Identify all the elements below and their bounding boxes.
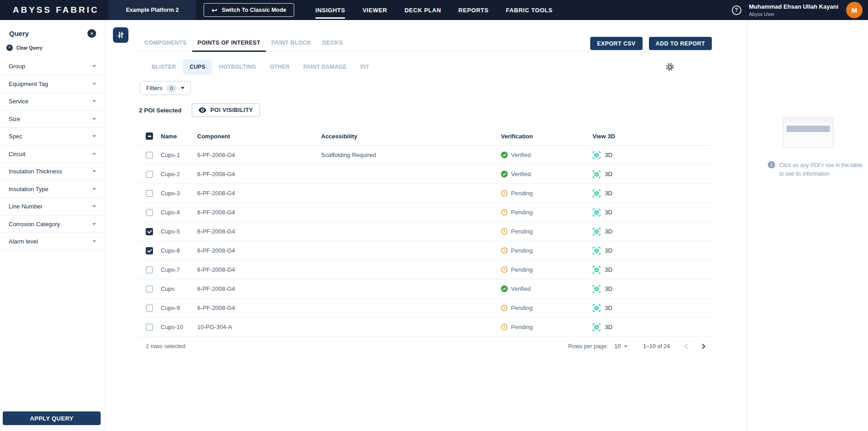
subtab[interactable]: HOTBOLTING — [212, 59, 263, 75]
pending-icon — [501, 324, 508, 330]
close-query-panel-icon[interactable]: × — [87, 29, 96, 38]
table-row[interactable]: Cups-2 6-PF-2008-G4 — [139, 165, 712, 184]
filters-dropdown-button[interactable]: Filters 0 — [140, 81, 191, 95]
view-3d-label[interactable]: 3D — [605, 285, 613, 292]
view-3d-label[interactable]: 3D — [605, 209, 613, 216]
view-3d-icon[interactable] — [592, 266, 601, 274]
nav-item[interactable]: DECK PLAN — [404, 0, 441, 20]
row-checkbox[interactable] — [146, 285, 153, 293]
nav-item[interactable]: INSIGHTS — [316, 0, 345, 20]
query-filter-accordion[interactable]: Corrosion Category — [0, 216, 105, 233]
view-3d-icon[interactable] — [592, 228, 601, 236]
clear-query-label: Clear Query — [16, 46, 42, 51]
table-row[interactable]: Cups 6-PF-2008-G4 — [139, 279, 712, 299]
query-filter-accordion[interactable]: Service — [0, 93, 105, 111]
row-checkbox[interactable] — [146, 209, 153, 216]
clear-query-button[interactable]: × Clear Query — [6, 45, 42, 51]
row-checkbox[interactable] — [146, 324, 153, 331]
nav-item[interactable]: VIEWER — [363, 0, 387, 20]
table-row[interactable]: Cups-7 6-PF-2008-G4 — [139, 260, 712, 279]
subtab[interactable]: OTHER — [263, 59, 296, 75]
rows-per-page-select[interactable]: 10 — [614, 343, 628, 350]
view-3d-icon[interactable] — [592, 189, 601, 198]
view-3d-icon[interactable] — [592, 304, 601, 312]
query-filter-label: Circuit — [9, 151, 26, 157]
verification-status: Verified — [511, 152, 531, 158]
next-page-icon[interactable] — [699, 342, 708, 351]
row-checkbox[interactable] — [146, 247, 153, 254]
tab[interactable]: COMPONENTS — [139, 34, 192, 51]
row-checkbox[interactable] — [146, 266, 153, 274]
tune-filter-toggle-button[interactable] — [113, 27, 128, 43]
pagination-controls — [682, 342, 712, 351]
query-filter-accordion[interactable]: Group — [0, 58, 105, 76]
query-filter-accordion[interactable]: Alarm level — [0, 233, 105, 251]
poi-detail-hint-text: Click on any POI's row in the table to s… — [779, 161, 863, 178]
subtab[interactable]: BLISTER — [145, 59, 183, 75]
query-filter-accordion[interactable]: Spec — [0, 128, 105, 146]
tab[interactable]: DECKS — [317, 34, 348, 51]
table-row[interactable]: Cups-3 6-PF-2008-G4 — [139, 184, 712, 203]
query-filter-accordion[interactable]: Size — [0, 111, 105, 128]
view-3d-label[interactable]: 3D — [605, 152, 613, 158]
poi-table: Name Component Accessibility Verificatio… — [139, 127, 712, 356]
filters-row: Filters 0 — [140, 81, 747, 95]
query-filter-accordion[interactable]: Insulation Thickness — [0, 163, 105, 181]
row-checkbox[interactable] — [146, 152, 153, 159]
query-filter-accordion[interactable]: Equipment Tag — [0, 76, 105, 93]
row-checkbox[interactable] — [146, 190, 153, 197]
user-name: Muhammad Ehsan Ullah Kayani — [749, 3, 839, 10]
poi-visibility-label: POI VISIBILITY — [210, 107, 253, 113]
view-3d-label[interactable]: 3D — [605, 324, 613, 330]
switch-classic-button[interactable]: ↩ Switch To Classic Mode — [204, 3, 294, 17]
subtab[interactable]: PIT — [353, 59, 376, 75]
poi-name: Cups-7 — [161, 266, 180, 273]
table-row[interactable]: Cups-6 6-PF-2008-G4 — [139, 241, 712, 260]
view-3d-icon[interactable] — [592, 208, 601, 217]
select-all-checkbox[interactable] — [146, 132, 153, 140]
view-3d-label[interactable]: 3D — [605, 266, 613, 273]
poi-selected-count: 2 POI Selected — [139, 107, 182, 114]
view-3d-icon[interactable] — [592, 323, 601, 331]
subtab-label: HOTBOLTING — [219, 64, 256, 70]
query-filter-accordion[interactable]: Line Number — [0, 198, 105, 216]
export-csv-button[interactable]: EXPORT CSV — [590, 37, 643, 50]
query-filter-accordion[interactable]: Circuit — [0, 146, 105, 163]
view-3d-label[interactable]: 3D — [605, 247, 613, 254]
nav-item[interactable]: FABRIC TOOLS — [506, 0, 553, 20]
table-row[interactable]: Cups-1 6-PF-2008-G4 Scaffolding Required — [139, 146, 712, 165]
table-row[interactable]: Cups-9 6-PF-2008-G4 — [139, 299, 712, 318]
eye-icon — [199, 107, 206, 113]
view-3d-label[interactable]: 3D — [605, 190, 613, 197]
view-3d-icon[interactable] — [592, 151, 601, 159]
settings-gear-icon[interactable] — [665, 62, 674, 71]
subtab[interactable]: PAINT DAMAGE — [296, 59, 353, 75]
row-checkbox[interactable] — [146, 304, 153, 312]
query-filter-label: Spec — [9, 133, 22, 140]
nav-item[interactable]: REPORTS — [459, 0, 489, 20]
help-icon[interactable]: ? — [732, 5, 741, 15]
view-3d-icon[interactable] — [592, 285, 601, 293]
row-checkbox[interactable] — [146, 171, 153, 178]
subtab[interactable]: CUPS — [183, 59, 212, 75]
view-3d-icon[interactable] — [592, 170, 601, 178]
poi-name: Cups-9 — [161, 304, 180, 311]
tab[interactable]: PAINT BLOCK — [266, 34, 317, 51]
add-to-report-button[interactable]: ADD TO REPORT — [649, 37, 712, 50]
apply-query-button[interactable]: APPLY QUERY — [3, 411, 101, 425]
table-row[interactable]: Cups-5 6-PF-2008-G4 — [139, 222, 712, 241]
user-menu[interactable]: Muhammad Ehsan Ullah Kayani Abyss User — [749, 3, 839, 17]
previous-page-icon[interactable] — [682, 342, 691, 351]
avatar[interactable]: M — [846, 2, 863, 18]
tab[interactable]: POINTS OF INTEREST — [192, 34, 266, 51]
view-3d-label[interactable]: 3D — [605, 228, 613, 235]
table-row[interactable]: Cups-4 6-PF-2008-G4 — [139, 203, 712, 222]
row-checkbox[interactable] — [146, 228, 153, 235]
platform-selector[interactable]: Example Platform 2 — [108, 0, 196, 20]
view-3d-label[interactable]: 3D — [605, 171, 613, 177]
poi-visibility-button[interactable]: POI VISIBILITY — [192, 103, 260, 117]
view-3d-label[interactable]: 3D — [605, 304, 613, 311]
table-row[interactable]: Cups-10 10-PG-304-A — [139, 318, 712, 337]
query-filter-accordion[interactable]: Insulation Type — [0, 181, 105, 198]
view-3d-icon[interactable] — [592, 247, 601, 255]
